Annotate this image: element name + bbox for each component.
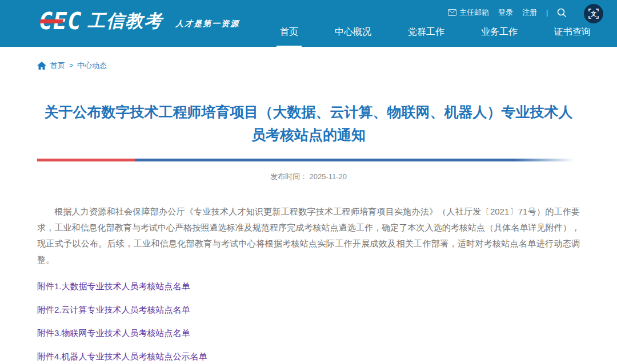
article-title: 关于公布数字技术工程师培育项目（大数据、云计算、物联网、机器人）专业技术人员考核… bbox=[37, 100, 580, 146]
mailbox-link[interactable]: 主任邮箱 bbox=[448, 7, 489, 18]
logo-tagline: 人才是第一资源 bbox=[175, 19, 239, 29]
translate-button[interactable]: 文 bbox=[584, 4, 603, 23]
site-logo[interactable]: CEC 工信教考 人才是第一资源 bbox=[39, 9, 239, 33]
attachment-link-3[interactable]: 附件3.物联网专业技术人员考核站点名单 bbox=[37, 328, 580, 339]
main-nav: 首页 中心概况 党群工作 业务工作 证书查询 bbox=[277, 26, 594, 47]
breadcrumb: 首页 > 中心动态 bbox=[37, 60, 580, 71]
nav-item-party-work[interactable]: 党群工作 bbox=[404, 26, 448, 47]
breadcrumb-current-link[interactable]: 中心动态 bbox=[77, 60, 107, 71]
home-icon bbox=[37, 62, 46, 70]
nav-item-certificate-query[interactable]: 证书查询 bbox=[551, 26, 594, 47]
utility-row: 主任邮箱 登录 注册 | bbox=[448, 7, 567, 18]
svg-text:文: 文 bbox=[591, 10, 597, 17]
breadcrumb-separator: > bbox=[69, 62, 73, 70]
publish-date: 2025-11-20 bbox=[310, 172, 347, 181]
nav-item-center-overview[interactable]: 中心概况 bbox=[331, 26, 375, 47]
publish-row: 发布时间： 2025-11-20 bbox=[37, 172, 580, 182]
register-link[interactable]: 注册 bbox=[522, 7, 537, 18]
login-link[interactable]: 登录 bbox=[498, 7, 513, 18]
logo-cec-letters: CEC bbox=[39, 10, 82, 33]
logo-brand-text: 工信教考 bbox=[87, 9, 163, 33]
translate-icon: 文 bbox=[588, 8, 599, 19]
main-content: 首页 > 中心动态 关于公布数字技术工程师培育项目（大数据、云计算、物联网、机器… bbox=[37, 47, 580, 362]
site-header: CEC 工信教考 人才是第一资源 主任邮箱 登录 注册 | bbox=[0, 0, 617, 47]
search-icon bbox=[557, 8, 567, 18]
attachment-link-4[interactable]: 附件4.机器人专业技术人员考核站点公示名单 bbox=[37, 351, 580, 362]
attachment-link-1[interactable]: 附件1.大数据专业技术人员考核站点名单 bbox=[37, 281, 580, 292]
publish-label: 发布时间： bbox=[270, 172, 307, 181]
envelope-icon bbox=[448, 9, 456, 16]
utility-separator: | bbox=[546, 9, 548, 17]
attachments-list: 附件1.大数据专业技术人员考核站点名单 附件2.云计算专业技术人员考核站点名单 … bbox=[37, 281, 580, 362]
nav-item-business-work[interactable]: 业务工作 bbox=[478, 26, 521, 47]
search-button[interactable] bbox=[557, 8, 567, 18]
register-label: 注册 bbox=[522, 7, 537, 18]
mailbox-label: 主任邮箱 bbox=[459, 7, 489, 18]
breadcrumb-home-link[interactable]: 首页 bbox=[50, 60, 65, 71]
nav-item-home[interactable]: 首页 bbox=[277, 26, 302, 47]
logo-red-stripe bbox=[39, 19, 63, 23]
article-body: 根据人力资源和社会保障部办公厅《专业技术人才知识更新工程数字技术工程师培育项目实… bbox=[37, 204, 580, 268]
attachment-link-2[interactable]: 附件2.云计算专业技术人员考核站点名单 bbox=[37, 305, 580, 316]
login-label: 登录 bbox=[498, 7, 513, 18]
title-divider bbox=[37, 159, 580, 161]
